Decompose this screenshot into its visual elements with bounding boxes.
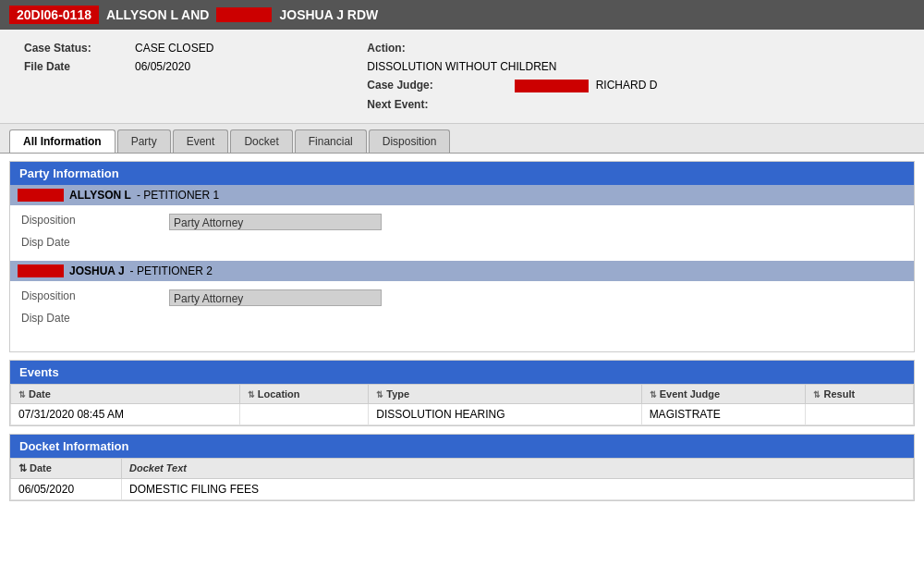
party-attorney-label-1: Party Attorney [169, 214, 382, 230]
tabs-bar: All Information Party Event Docket Finan… [0, 124, 924, 154]
disposition-label-2: Disposition [18, 287, 165, 309]
tab-financial[interactable]: Financial [295, 129, 367, 153]
party-attorney-label-2: Party Attorney [169, 289, 382, 306]
tab-event[interactable]: Event [173, 129, 229, 153]
case-name-part1: ALLYSON L AND [106, 7, 210, 22]
disp-date-value-2 [165, 309, 906, 327]
docket-col-date[interactable]: ⇅ Date [11, 458, 122, 478]
docket-section: Docket Information ⇅ Date Docket Text 06… [9, 434, 915, 501]
party-2-row: JOSHUA J - PETITIONER 2 [10, 261, 914, 281]
case-info-panel: Case Status: CASE CLOSED Action: File Da… [0, 30, 924, 124]
event-location [239, 403, 369, 424]
next-event-value [509, 95, 906, 114]
tab-party[interactable]: Party [117, 129, 171, 153]
disp-date-label-2: Disp Date [18, 309, 165, 327]
docket-text: DOMESTIC FILING FEES [122, 478, 914, 499]
party-attorney-field-2: Party Attorney [165, 287, 906, 309]
event-date: 07/31/2020 08:45 AM [11, 403, 240, 424]
case-id-badge: 20DI06-0118 [9, 6, 99, 24]
tab-docket[interactable]: Docket [230, 129, 292, 153]
party-attorney-field-1: Party Attorney [165, 211, 906, 233]
party-1-name: ALLYSON L [69, 189, 131, 202]
main-content: Party Information ALLYSON L - PETITIONER… [0, 154, 924, 516]
file-date-label: File Date [18, 57, 129, 76]
events-row: 07/31/2020 08:45 AM DISSOLUTION HEARING … [11, 403, 914, 424]
docket-col-text[interactable]: Docket Text [122, 458, 914, 478]
judge-name: RICHARD D [596, 79, 658, 92]
tab-disposition[interactable]: Disposition [369, 129, 451, 153]
party-information-section: Party Information ALLYSON L - PETITIONER… [9, 161, 915, 352]
party-2-role: - PETITIONER 2 [130, 264, 213, 277]
events-col-judge[interactable]: ⇅ Event Judge [641, 384, 806, 403]
case-name-part2: JOSHUA J RDW [279, 7, 378, 22]
docket-table: ⇅ Date Docket Text 06/05/2020 DOMESTIC F… [10, 458, 914, 500]
party-section-header: Party Information [10, 162, 914, 185]
event-judge: MAGISTRATE [641, 403, 806, 424]
docket-section-header: Docket Information [10, 435, 914, 458]
events-section: Events ⇅ Date ⇅ Location ⇅ Type ⇅ Event … [9, 360, 915, 426]
status-value: CASE CLOSED [129, 39, 361, 57]
judge-redacted [515, 80, 589, 92]
file-date-value: 06/05/2020 [129, 57, 361, 76]
disp-date-value-1 [165, 233, 906, 252]
party-1-role: - PETITIONER 1 [137, 189, 219, 202]
party-1-row: ALLYSON L - PETITIONER 1 [10, 185, 914, 205]
status-label: Case Status: [18, 39, 129, 57]
action-label: Action: [361, 39, 509, 57]
action-value [509, 39, 906, 57]
case-header: 20DI06-0118 ALLYSON L AND JOSHUA J RDW [0, 0, 924, 30]
disposition-label-1: Disposition [18, 211, 165, 233]
redacted-name-1 [216, 7, 272, 22]
party-1-details: Disposition Party Attorney Disp Date [10, 205, 914, 257]
party-2-name: JOSHUA J [69, 264, 125, 277]
party-1-redacted [18, 189, 64, 202]
docket-row: 06/05/2020 DOMESTIC FILING FEES [11, 478, 914, 499]
events-table: ⇅ Date ⇅ Location ⇅ Type ⇅ Event Judge ⇅… [10, 384, 914, 425]
events-col-result[interactable]: ⇅ Result [806, 384, 914, 403]
judge-value: RICHARD D [509, 76, 906, 95]
action-text: DISSOLUTION WITHOUT CHILDREN [361, 57, 906, 76]
judge-label: Case Judge: [361, 76, 509, 95]
next-event-label: Next Event: [361, 95, 509, 114]
events-col-type[interactable]: ⇅ Type [369, 384, 641, 403]
events-col-location[interactable]: ⇅ Location [239, 384, 369, 403]
events-col-date[interactable]: ⇅ Date [11, 384, 240, 403]
disp-date-label-1: Disp Date [18, 233, 165, 252]
tab-all-information[interactable]: All Information [9, 129, 116, 153]
event-result [806, 403, 914, 424]
events-section-header: Events [10, 361, 914, 384]
party-2-details: Disposition Party Attorney Disp Date [10, 281, 914, 333]
event-type: DISSOLUTION HEARING [369, 403, 641, 424]
docket-date: 06/05/2020 [11, 478, 122, 499]
party-2-redacted [18, 264, 64, 277]
